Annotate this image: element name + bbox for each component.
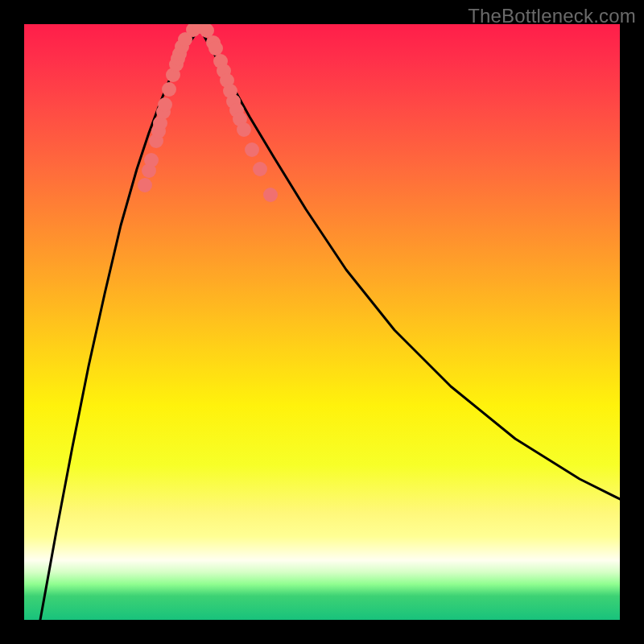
dot-right-12 (263, 188, 278, 202)
dot-left-0 (138, 178, 152, 192)
dot-left-7 (158, 97, 172, 112)
dot-left-2 (144, 153, 159, 167)
plot-area (24, 24, 620, 620)
dot-right-1 (208, 41, 223, 56)
curve-left-branch (40, 28, 200, 620)
chart-svg (24, 24, 620, 620)
curve-right-branch (200, 28, 620, 499)
dot-right-10 (245, 142, 259, 157)
dot-right-9 (237, 122, 251, 137)
curve-group (40, 28, 620, 620)
dots-group (138, 24, 278, 202)
dot-left-8 (162, 82, 176, 97)
chart-frame: TheBottleneck.com (0, 0, 644, 644)
dot-right-11 (253, 162, 267, 176)
